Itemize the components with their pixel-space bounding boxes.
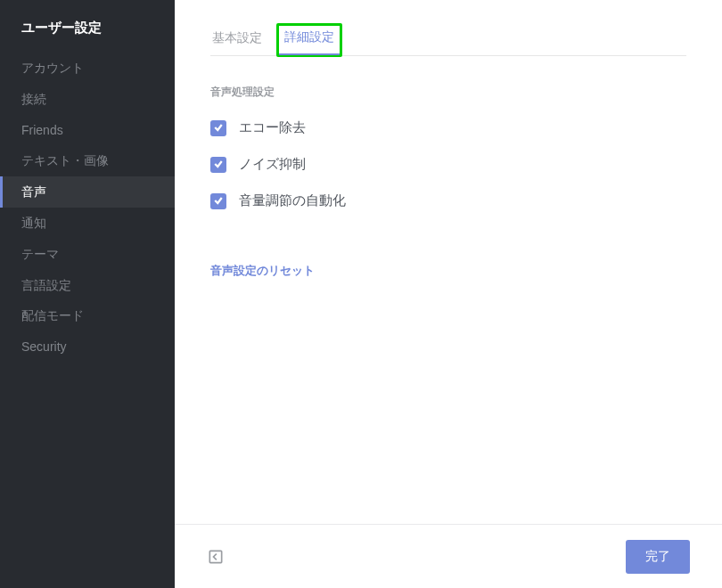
main-panel: 基本設定 詳細設定 音声処理設定 エコー除去 ノイズ抑制 音量調節の自動化 — [175, 0, 722, 588]
sidebar-item-label: テーマ — [21, 247, 59, 261]
section-heading-voice-processing: 音声処理設定 — [210, 85, 686, 100]
back-icon[interactable] — [207, 548, 225, 566]
sidebar-item-label: 接続 — [21, 92, 46, 106]
checkbox-row-noise: ノイズ抑制 — [210, 156, 686, 173]
sidebar-item-label: テキスト・画像 — [21, 153, 109, 167]
tab-label: 基本設定 — [212, 30, 262, 45]
reset-voice-settings-link[interactable]: 音声設定のリセット — [210, 263, 686, 279]
check-icon — [213, 120, 224, 136]
sidebar-item-label: 言語設定 — [21, 278, 71, 292]
sidebar-item-label: アカウント — [21, 61, 84, 75]
tabs: 基本設定 詳細設定 — [210, 27, 686, 56]
sidebar-item-label: Security — [21, 339, 67, 354]
sidebar-item-language[interactable]: 言語設定 — [0, 270, 175, 301]
sidebar-item-label: 配信モード — [21, 308, 84, 323]
sidebar-item-notifications[interactable]: 通知 — [0, 208, 175, 239]
content-area: 基本設定 詳細設定 音声処理設定 エコー除去 ノイズ抑制 音量調節の自動化 — [175, 0, 722, 524]
sidebar-item-label: 通知 — [21, 216, 46, 230]
sidebar-item-streamer-mode[interactable]: 配信モード — [0, 300, 175, 331]
sidebar-item-label: 音声 — [21, 184, 46, 199]
check-icon — [213, 157, 224, 173]
check-icon — [213, 193, 224, 209]
checkbox-label: エコー除去 — [239, 119, 306, 136]
sidebar-item-security[interactable]: Security — [0, 331, 175, 363]
sidebar: ユーザー設定 アカウント 接続 Friends テキスト・画像 音声 通知 テー… — [0, 0, 175, 588]
checkbox-row-auto-gain: 音量調節の自動化 — [210, 192, 686, 209]
checkbox-auto-gain-control[interactable] — [210, 193, 226, 209]
tab-basic[interactable]: 基本設定 — [210, 27, 264, 55]
done-button[interactable]: 完了 — [626, 540, 690, 574]
sidebar-item-text-images[interactable]: テキスト・画像 — [0, 145, 175, 176]
sidebar-item-label: Friends — [21, 123, 63, 137]
checkbox-echo-cancellation[interactable] — [210, 120, 226, 136]
tab-advanced[interactable]: 詳細設定 — [276, 23, 342, 57]
sidebar-item-connections[interactable]: 接続 — [0, 84, 175, 115]
sidebar-item-voice[interactable]: 音声 — [0, 176, 175, 208]
svg-rect-0 — [209, 551, 221, 562]
checkbox-row-echo: エコー除去 — [210, 119, 686, 136]
sidebar-title: ユーザー設定 — [0, 20, 175, 53]
checkbox-label: ノイズ抑制 — [239, 156, 306, 173]
tab-label: 詳細設定 — [284, 29, 334, 44]
checkbox-label: 音量調節の自動化 — [239, 192, 346, 209]
footer: 完了 — [175, 524, 722, 588]
sidebar-item-theme[interactable]: テーマ — [0, 239, 175, 270]
sidebar-item-friends[interactable]: Friends — [0, 115, 175, 146]
checkbox-noise-suppression[interactable] — [210, 157, 226, 173]
sidebar-item-account[interactable]: アカウント — [0, 53, 175, 84]
